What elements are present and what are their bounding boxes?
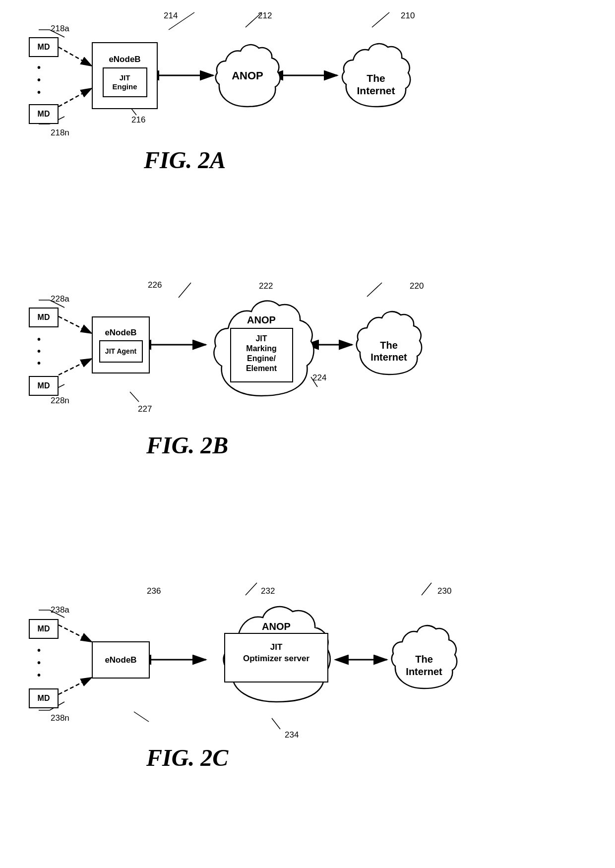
md-label-bottom-2c: MD: [38, 694, 50, 703]
ref-218n: 218n: [51, 128, 69, 138]
fig2a-label: FIG. 2A: [144, 146, 226, 174]
svg-text:Element: Element: [246, 364, 277, 372]
dots-2b-3: •: [37, 358, 41, 369]
svg-line-27: [59, 625, 92, 642]
anop-cloud-2c: ANOP JIT Optimizer server: [206, 598, 347, 711]
svg-line-36: [422, 583, 431, 595]
svg-text:ANOP: ANOP: [262, 621, 291, 632]
dots-2a-3: •: [37, 87, 41, 98]
ref-238a: 238a: [51, 605, 69, 615]
ref-210: 210: [401, 11, 415, 21]
md-box-top-2c: MD: [29, 619, 59, 639]
ref-216: 216: [131, 115, 145, 125]
md-box-top-2a: MD: [29, 37, 59, 57]
jit-agent-label-2b: JIT Agent: [105, 347, 136, 355]
svg-text:Engine/: Engine/: [247, 354, 276, 363]
ref-222: 222: [259, 281, 273, 291]
fig2c-label: FIG. 2C: [146, 744, 228, 771]
svg-text:The: The: [367, 72, 385, 84]
jit-engine-box-2a: JITEngine: [103, 67, 147, 97]
ref-214: 214: [164, 11, 178, 21]
enodeb-box-2c: eNodeB: [92, 641, 150, 679]
svg-line-16: [59, 359, 92, 375]
svg-text:ANOP: ANOP: [247, 314, 276, 325]
dots-2c: •: [37, 645, 41, 656]
internet-cloud-2a: The Internet: [337, 37, 414, 116]
dots-2a-2: •: [37, 74, 41, 86]
svg-text:JIT: JIT: [255, 334, 267, 343]
dots-2b-2: •: [37, 346, 41, 357]
md-label-top-2a: MD: [38, 43, 50, 52]
ref-218a: 218a: [51, 24, 69, 34]
svg-line-38: [272, 718, 280, 729]
ref-228n: 228n: [51, 396, 69, 406]
dots-2a: •: [37, 62, 41, 73]
svg-line-13: [372, 12, 389, 27]
internet-cloud-2b: The Internet: [352, 305, 426, 384]
enodeb-label-2b: eNodeB: [105, 328, 136, 338]
svg-line-4: [59, 88, 92, 107]
ref-226: 226: [148, 280, 162, 290]
svg-text:Internet: Internet: [370, 352, 407, 363]
ref-238n: 238n: [51, 713, 69, 723]
jit-agent-box-2b: JIT Agent: [99, 340, 143, 363]
svg-text:The: The: [415, 654, 433, 665]
svg-line-15: [59, 316, 92, 333]
enodeb-box-2b: eNodeB JIT Agent: [92, 316, 150, 373]
jit-engine-label-2a: JITEngine: [112, 73, 137, 91]
internet-cloud-2c: The Internet: [387, 619, 461, 698]
svg-line-24: [367, 283, 382, 297]
ref-234: 234: [285, 730, 299, 740]
ref-228a: 228a: [51, 294, 69, 304]
md-label-top-2c: MD: [38, 624, 50, 633]
svg-line-25: [130, 392, 139, 402]
svg-line-37: [134, 712, 149, 722]
svg-line-28: [59, 678, 92, 694]
svg-text:Internet: Internet: [357, 85, 395, 96]
md-label-top-2b: MD: [38, 313, 50, 322]
ref-236: 236: [147, 586, 161, 596]
svg-text:ANOP: ANOP: [232, 69, 263, 82]
svg-text:JIT: JIT: [270, 642, 283, 652]
dots-2b: •: [37, 334, 41, 345]
svg-text:Optimizer server: Optimizer server: [243, 654, 310, 663]
dots-2c-3: •: [37, 670, 41, 681]
md-label-bottom-2a: MD: [38, 110, 50, 119]
svg-line-3: [59, 47, 92, 66]
md-box-top-2b: MD: [29, 308, 59, 327]
svg-text:Marking: Marking: [246, 344, 276, 353]
svg-line-23: [179, 283, 191, 298]
svg-text:The: The: [380, 340, 398, 351]
svg-line-35: [246, 583, 257, 595]
ref-220: 220: [410, 281, 424, 291]
md-label-bottom-2b: MD: [38, 381, 50, 390]
enodeb-box-2a: eNodeB JITEngine: [92, 42, 158, 109]
md-box-bottom-2c: MD: [29, 688, 59, 708]
md-box-bottom-2b: MD: [29, 376, 59, 396]
anop-cloud-2a: ANOP: [213, 37, 282, 116]
ref-232: 232: [261, 586, 275, 596]
ref-212: 212: [258, 11, 272, 21]
ref-227: 227: [138, 404, 152, 414]
enodeb-label-2c: eNodeB: [105, 655, 136, 665]
anop-cloud-2b: ANOP JIT Marking Engine/ Element: [206, 288, 317, 406]
ref-230: 230: [437, 586, 451, 596]
ref-224: 224: [312, 373, 326, 383]
dots-2c-2: •: [37, 657, 41, 669]
fig2b-label: FIG. 2B: [146, 432, 228, 459]
enodeb-label-2a: eNodeB: [109, 55, 140, 64]
svg-text:Internet: Internet: [406, 666, 442, 677]
md-box-bottom-2a: MD: [29, 104, 59, 124]
